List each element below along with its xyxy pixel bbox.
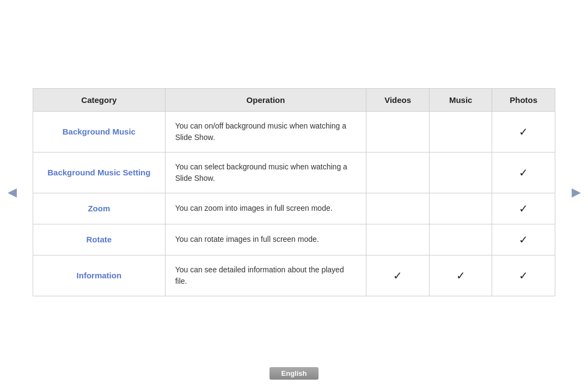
cell-videos-2 (366, 193, 430, 224)
table-row: InformationYou can see detailed informat… (33, 255, 555, 296)
header-videos: Videos (366, 88, 430, 111)
checkmark-icon: ✓ (519, 166, 528, 179)
header-operation: Operation (165, 88, 366, 111)
checkmark-icon: ✓ (519, 202, 528, 215)
table-row: RotateYou can rotate images in full scre… (33, 224, 555, 255)
table-row: Background MusicYou can on/off backgroun… (33, 111, 555, 152)
cell-category-1: Background Music Setting (33, 152, 166, 193)
cell-music-3 (429, 224, 492, 255)
page-wrapper: ◀ ▶ Category Operation Videos Music Phot… (0, 0, 588, 384)
cell-music-4: ✓ (429, 255, 492, 296)
cell-operation-0: You can on/off background music when wat… (165, 111, 366, 152)
checkmark-icon: ✓ (519, 269, 528, 282)
cell-operation-1: You can select background music when wat… (165, 152, 366, 193)
cell-music-1 (429, 152, 492, 193)
header-photos: Photos (492, 88, 555, 111)
cell-videos-3 (366, 224, 430, 255)
checkmark-icon: ✓ (519, 233, 528, 246)
footer-bar: English (0, 363, 588, 384)
cell-videos-4: ✓ (366, 255, 430, 296)
cell-videos-0 (366, 111, 430, 152)
nav-arrow-right[interactable]: ▶ (568, 185, 584, 200)
cell-category-3: Rotate (33, 224, 166, 255)
checkmark-icon: ✓ (519, 125, 528, 138)
language-button[interactable]: English (270, 367, 319, 380)
nav-arrow-left[interactable]: ◀ (4, 185, 20, 200)
cell-photos-4: ✓ (492, 255, 555, 296)
cell-photos-0: ✓ (492, 111, 555, 152)
checkmark-icon: ✓ (456, 269, 465, 282)
checkmark-icon: ✓ (393, 269, 402, 282)
right-arrow-icon: ▶ (572, 185, 581, 199)
table-container: Category Operation Videos Music Photos B… (33, 88, 555, 296)
cell-music-2 (429, 193, 492, 224)
cell-category-4: Information (33, 255, 166, 296)
cell-photos-1: ✓ (492, 152, 555, 193)
feature-table: Category Operation Videos Music Photos B… (33, 88, 555, 296)
cell-operation-4: You can see detailed information about t… (165, 255, 366, 296)
cell-photos-3: ✓ (492, 224, 555, 255)
cell-category-2: Zoom (33, 193, 166, 224)
left-arrow-icon: ◀ (8, 185, 17, 199)
cell-music-0 (429, 111, 492, 152)
cell-photos-2: ✓ (492, 193, 555, 224)
table-row: Background Music SettingYou can select b… (33, 152, 555, 193)
cell-videos-1 (366, 152, 430, 193)
cell-operation-3: You can rotate images in full screen mod… (165, 224, 366, 255)
table-row: ZoomYou can zoom into images in full scr… (33, 193, 555, 224)
header-music: Music (429, 88, 492, 111)
cell-category-0: Background Music (33, 111, 166, 152)
table-header-row: Category Operation Videos Music Photos (33, 88, 555, 111)
cell-operation-2: You can zoom into images in full screen … (165, 193, 366, 224)
header-category: Category (33, 88, 166, 111)
